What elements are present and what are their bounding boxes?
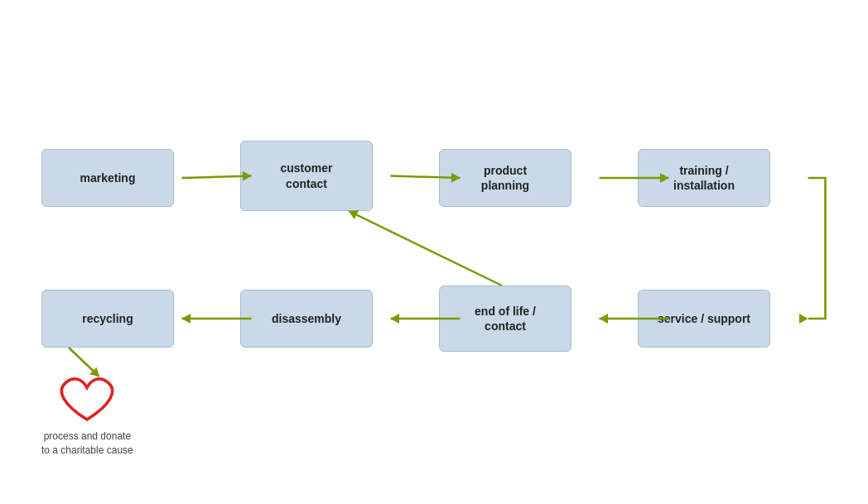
- box-recycling: recycling: [41, 290, 174, 348]
- box-service-support: service / support: [638, 290, 770, 348]
- arrows-svg: [17, 41, 851, 422]
- heart-icon: [58, 372, 116, 426]
- svg-marker-6: [799, 314, 808, 324]
- box-disassembly: disassembly: [240, 290, 373, 348]
- box-customer-contact: customercontact: [240, 141, 373, 211]
- box-training-installation: training /installation: [638, 149, 770, 207]
- flow-grid: marketingcustomercontactproductplanningt…: [17, 41, 851, 422]
- svg-marker-8: [600, 314, 609, 324]
- heart-label: process and donateto a charitable cause: [41, 430, 133, 458]
- diagram-container: marketingcustomercontactproductplanningt…: [0, 0, 868, 504]
- svg-marker-14: [349, 210, 359, 219]
- svg-marker-12: [182, 314, 191, 324]
- box-product-planning: productplanning: [439, 149, 571, 207]
- svg-line-13: [349, 211, 502, 286]
- box-end-of-life-contact: end of life /contact: [439, 286, 571, 352]
- svg-marker-10: [391, 314, 400, 324]
- box-marketing: marketing: [41, 149, 174, 207]
- heart-container: process and donateto a charitable cause: [41, 372, 133, 458]
